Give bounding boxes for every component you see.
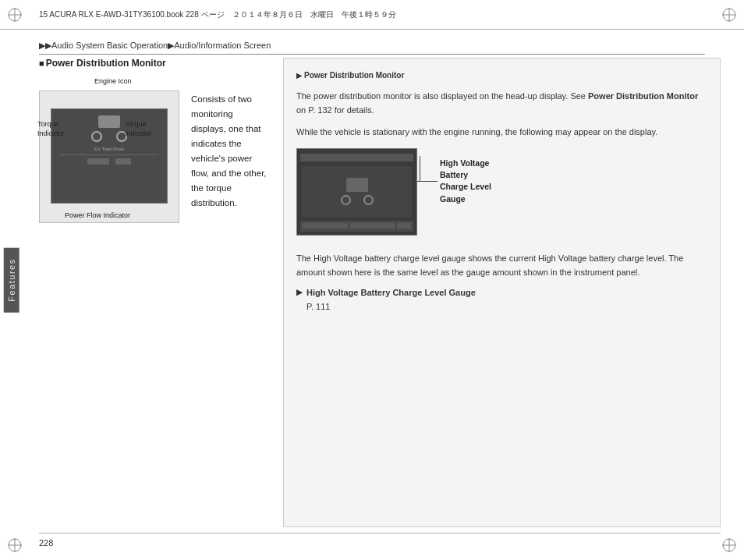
display-center-block (346, 178, 368, 192)
display-image-area: High Voltage Battery Charge Level Gauge (296, 148, 707, 242)
display-bottom-bar (300, 221, 413, 232)
screen-text-row1: EV Total Drive (94, 147, 124, 151)
top-bar: 15 ACURA RLX E-AWD-31TY36100.book 228 ペー… (0, 0, 744, 30)
torque-right-label: Torque Indicator (125, 120, 152, 138)
screen-wheel-left (91, 131, 102, 142)
right-para1: The power distribution monitor is also d… (296, 89, 707, 117)
display-wheels (341, 195, 374, 205)
screen-engine-block (98, 115, 120, 128)
sidebar-label: Features (4, 247, 19, 312)
left-section-title-text: Power Distribution Monitor (46, 58, 166, 69)
breadcrumb: ▶▶Audio System Basic Operation▶Audio/Inf… (39, 41, 705, 55)
link-page: P. 111 (306, 302, 330, 311)
diagram-box: Engine Icon EV Total Drive (39, 90, 179, 223)
display-image-box (296, 148, 417, 236)
callout-vertical (420, 156, 420, 182)
left-diagram-row: Engine Icon EV Total Drive (39, 76, 269, 229)
screen-wheels (91, 131, 127, 142)
callout-text: High Voltage Battery Charge Level Gauge (440, 158, 491, 205)
right-section-title: ▶ Power Distribution Monitor (296, 69, 707, 83)
right-column: ▶ Power Distribution Monitor The power d… (283, 58, 721, 527)
left-column: ■ Power Distribution Monitor Engine Icon (39, 58, 269, 527)
left-section-title: ■ Power Distribution Monitor (39, 58, 269, 69)
main-content: ■ Power Distribution Monitor Engine Icon (39, 58, 721, 527)
diagram-container: Engine Icon EV Total Drive (39, 76, 183, 229)
display-top-bar (300, 154, 413, 161)
display-screen (297, 149, 416, 235)
section-bullet: ■ (39, 58, 44, 68)
bottom-text: The High Voltage battery charge level ga… (296, 251, 707, 279)
link-item: ▶ High Voltage Battery Charge Level Gaug… (296, 285, 707, 314)
right-para2: While the vehicle is stationary with the… (296, 125, 707, 139)
right-section-title-text: Power Distribution Monitor (304, 69, 404, 83)
screen-bottom-row (87, 158, 131, 165)
screen-bar2 (115, 158, 131, 165)
display-bottom-item2 (350, 223, 395, 229)
display-wheel-r (363, 195, 374, 205)
link-icon: ▶ (296, 286, 303, 299)
right-para1-suffix: on P. 132 for details. (296, 105, 374, 115)
torque-left-label: Torque Indicator (37, 120, 65, 138)
power-flow-label: Power Flow Indicator (65, 211, 130, 219)
engine-icon-label: Engine Icon (94, 77, 132, 85)
top-bar-text: 15 ACURA RLX E-AWD-31TY36100.book 228 ペー… (39, 9, 396, 20)
display-bottom-item1 (303, 223, 348, 229)
sidebar-label-container: Features (0, 0, 23, 560)
screen-bar1 (87, 158, 109, 165)
display-bottom-item3 (397, 223, 411, 229)
link-text: High Voltage Battery Charge Level Gauge … (306, 285, 476, 314)
right-para1-text: The power distribution monitor is also d… (296, 91, 588, 101)
bottom-divider (39, 533, 721, 533)
display-wheel-l (341, 195, 351, 205)
right-section-arrow: ▶ (296, 70, 302, 82)
breadcrumb-text: ▶▶Audio System Basic Operation▶Audio/Inf… (39, 41, 271, 50)
left-description: Consists of two monitoring displays, one… (191, 92, 269, 211)
corner-reg-br (721, 537, 738, 554)
corner-reg-tr (721, 6, 738, 23)
display-center (302, 166, 412, 218)
page-number: 228 (39, 538, 53, 548)
screen-divider (60, 154, 158, 155)
link-label: High Voltage Battery Charge Level Gauge (306, 288, 476, 297)
right-para1-bold: Power Distribution Monitor (588, 91, 698, 101)
